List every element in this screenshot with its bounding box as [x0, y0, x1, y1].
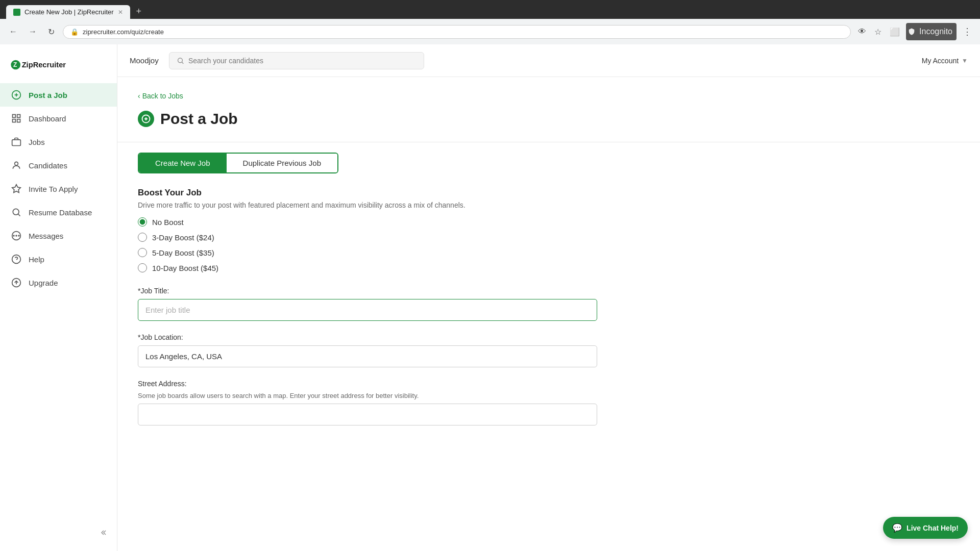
candidates-icon [10, 159, 22, 171]
svg-line-24 [182, 62, 183, 63]
sidebar-label-invite-to-apply: Invite To Apply [29, 185, 78, 193]
dashboard-icon [10, 112, 22, 124]
tab-favicon [13, 9, 20, 16]
help-icon [10, 253, 22, 265]
boost-option-3day[interactable]: 3-Day Boost ($24) [138, 233, 960, 242]
live-chat-icon: 💬 [892, 523, 902, 533]
eye-slash-icon: 👁 [856, 25, 868, 38]
address-bar[interactable]: 🔒 [63, 25, 851, 39]
search-bar[interactable] [169, 52, 424, 69]
chevron-down-icon: ▼ [962, 57, 968, 64]
svg-rect-8 [13, 119, 16, 122]
my-account-label: My Account [922, 57, 959, 65]
tab-create-new-job[interactable]: Create New Job [139, 154, 227, 172]
svg-point-23 [178, 58, 182, 62]
sidebar-collapse-button[interactable] [0, 522, 117, 543]
sidebar-label-dashboard: Dashboard [29, 114, 66, 123]
sidebar-label-jobs: Jobs [29, 138, 45, 146]
split-view-icon[interactable]: ⬜ [888, 25, 902, 39]
street-address-field: Street Address: Some job boards allow us… [138, 380, 960, 425]
lock-icon: 🔒 [70, 28, 79, 36]
page-title-icon [138, 111, 154, 127]
boost-radio-3day[interactable] [138, 233, 147, 242]
boost-section-title: Boost Your Job [138, 188, 960, 198]
main-area: Moodjoy My Account ▼ ‹ Back to Jobs [117, 44, 980, 551]
sidebar-item-dashboard[interactable]: Dashboard [0, 107, 117, 130]
sidebar-item-upgrade[interactable]: Upgrade [0, 271, 117, 294]
forward-button[interactable]: → [26, 25, 40, 38]
back-button[interactable]: ← [6, 25, 20, 38]
browser-actions: 👁 ☆ ⬜ Incognito ⋮ [856, 23, 974, 40]
job-location-input[interactable] [138, 345, 597, 367]
boost-options-group: No Boost 3-Day Boost ($24) 5-Day Boost (… [138, 217, 960, 272]
sidebar-label-upgrade: Upgrade [29, 279, 58, 287]
my-account-menu[interactable]: My Account ▼ [922, 57, 968, 65]
sidebar-label-post-a-job: Post a Job [29, 91, 67, 99]
boost-section-desc: Drive more traffic to your post with fea… [138, 201, 960, 209]
page-title: Post a Job [160, 110, 238, 128]
search-input[interactable] [188, 57, 416, 65]
new-tab-button[interactable]: + [132, 4, 146, 19]
svg-marker-12 [12, 185, 21, 193]
tab-close-button[interactable]: ✕ [118, 9, 123, 16]
live-chat-button[interactable]: 💬 Live Chat Help! [883, 517, 968, 539]
street-address-label: Street Address: [138, 380, 960, 388]
sidebar-item-resume-database[interactable]: Resume Database [0, 201, 117, 224]
menu-button[interactable]: ⋮ [961, 24, 974, 39]
browser-chrome: Create New Job | ZipRecruiter ✕ + [0, 0, 980, 19]
job-title-input[interactable] [138, 299, 597, 321]
boost-radio-10day[interactable] [138, 263, 147, 272]
sidebar-label-candidates: Candidates [29, 161, 67, 170]
jobs-icon [10, 136, 22, 148]
topnav-right: My Account ▼ [922, 57, 968, 65]
active-tab[interactable]: Create New Job | ZipRecruiter ✕ [6, 5, 130, 19]
boost-radio-no-boost[interactable] [138, 217, 147, 227]
page-title-area: Post a Job [138, 110, 960, 128]
browser-tabs: Create New Job | ZipRecruiter ✕ + [6, 4, 974, 19]
logo: Z ZipRecruiter [10, 57, 107, 73]
svg-text:Z: Z [13, 61, 17, 68]
ziprecruiter-logo-icon: Z ZipRecruiter [10, 57, 71, 73]
boost-option-5day[interactable]: 5-Day Boost ($35) [138, 248, 960, 257]
tab-bar: Create New Job Duplicate Previous Job [138, 153, 338, 173]
post-a-job-icon [10, 89, 22, 101]
invite-to-apply-icon [10, 183, 22, 195]
street-address-input[interactable] [138, 404, 597, 425]
boost-label-5day: 5-Day Boost ($35) [152, 248, 214, 257]
sidebar-label-help: Help [29, 255, 44, 264]
sidebar-label-messages: Messages [29, 232, 63, 240]
boost-label-10day: 10-Day Boost ($45) [152, 264, 218, 272]
sidebar-item-help[interactable]: Help [0, 247, 117, 271]
svg-rect-7 [17, 115, 20, 118]
url-input[interactable] [83, 28, 843, 36]
svg-point-11 [15, 162, 18, 165]
job-location-field: *Job Location: [138, 333, 960, 367]
sidebar: Z ZipRecruiter Post a Job Dashboard Jobs [0, 44, 117, 551]
sidebar-item-candidates[interactable]: Candidates [0, 154, 117, 177]
sidebar-item-messages[interactable]: Messages [0, 224, 117, 247]
reload-button[interactable]: ↻ [45, 25, 58, 39]
sidebar-label-resume-database: Resume Database [29, 208, 92, 217]
star-icon[interactable]: ☆ [872, 25, 884, 39]
boost-label-3day: 3-Day Boost ($24) [152, 233, 214, 242]
tab-duplicate-previous-job[interactable]: Duplicate Previous Job [227, 154, 337, 172]
back-to-jobs-link[interactable]: ‹ Back to Jobs [138, 92, 183, 100]
app: Z ZipRecruiter Post a Job Dashboard Jobs [0, 44, 980, 551]
company-name: Moodjoy [130, 56, 159, 65]
svg-rect-10 [12, 140, 21, 146]
sidebar-item-invite-to-apply[interactable]: Invite To Apply [0, 177, 117, 201]
svg-rect-6 [13, 115, 16, 118]
boost-option-no-boost[interactable]: No Boost [138, 217, 960, 227]
boost-option-10day[interactable]: 10-Day Boost ($45) [138, 263, 960, 272]
back-arrow-icon: ‹ [138, 92, 140, 100]
sidebar-item-jobs[interactable]: Jobs [0, 130, 117, 154]
boost-radio-5day[interactable] [138, 248, 147, 257]
sidebar-item-post-a-job[interactable]: Post a Job [0, 83, 117, 107]
street-address-hint: Some job boards allow users to search wi… [138, 392, 960, 399]
job-location-label: *Job Location: [138, 333, 960, 341]
logo-area: Z ZipRecruiter [0, 53, 117, 83]
messages-icon [10, 230, 22, 242]
incognito-badge: Incognito [906, 23, 957, 40]
topnav: Moodjoy My Account ▼ [117, 44, 980, 77]
search-icon [177, 57, 184, 65]
